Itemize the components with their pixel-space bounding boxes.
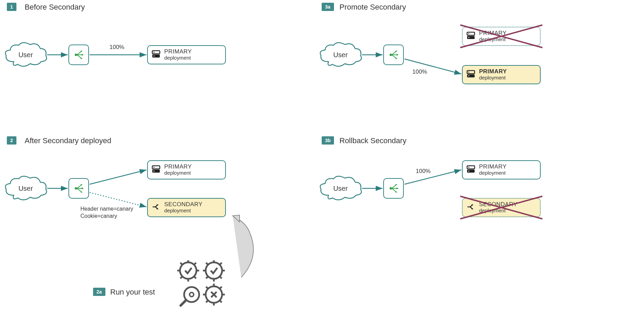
user-cloud: User: [3, 175, 48, 202]
dep-sub: deployment: [164, 55, 192, 61]
svg-line-37: [194, 276, 196, 278]
panel-before-secondary: 1 Before Secondary User 100% PRIMARY dep…: [0, 0, 308, 103]
svg-rect-86: [467, 170, 475, 173]
arrows-panel-3b: [315, 134, 643, 236]
dep-name: SECONDARY: [164, 201, 203, 208]
primary-deployment-box: PRIMARY deployment: [147, 45, 226, 64]
svg-point-10: [154, 55, 155, 57]
step-badge-2a: 2a: [93, 288, 105, 296]
panel-rollback-secondary: 3b Rollback Secondary User 100% PRIMARY …: [315, 134, 643, 236]
dep-name: PRIMARY: [164, 49, 192, 55]
svg-rect-21: [152, 170, 160, 173]
svg-line-34: [194, 263, 196, 265]
dep-name: PRIMARY: [164, 164, 192, 170]
server-icon: [466, 164, 476, 175]
user-label: User: [18, 185, 33, 192]
traffic-pct-label: 100%: [110, 44, 124, 51]
svg-point-59: [390, 54, 392, 56]
step-badge-3b: 3b: [322, 136, 334, 145]
svg-rect-8: [152, 54, 160, 58]
dep-sub: deployment: [479, 170, 507, 176]
user-label: User: [18, 51, 33, 59]
step-badge-2: 2: [7, 136, 16, 145]
svg-point-13: [75, 187, 77, 190]
svg-point-68: [468, 33, 469, 34]
panel-promote-secondary: 3a Promote Secondary User PRIMARY deploy…: [315, 0, 643, 103]
svg-marker-17: [82, 187, 83, 189]
load-balancer-icon: [68, 178, 89, 199]
svg-line-46: [220, 276, 222, 278]
svg-point-75: [468, 75, 469, 76]
svg-rect-7: [152, 51, 160, 54]
new-primary-deployment-box: PRIMARY deployment: [462, 65, 541, 84]
dep-sub: deployment: [164, 208, 203, 214]
svg-line-36: [180, 263, 182, 265]
dep-name: PRIMARY: [479, 30, 507, 37]
dep-sub: deployment: [164, 170, 192, 176]
traffic-pct-label: 100%: [416, 168, 430, 175]
svg-line-49: [181, 300, 186, 306]
user-label: User: [333, 51, 348, 59]
primary-deployment-box: PRIMARY deployment: [462, 160, 541, 179]
step-badge-1: 1: [7, 3, 16, 11]
old-primary-deployment-box: PRIMARY deployment: [462, 27, 541, 46]
svg-point-38: [206, 262, 222, 279]
svg-point-74: [468, 72, 469, 73]
load-balancer-icon: [383, 178, 404, 199]
step-title-3a: Promote Secondary: [339, 3, 406, 12]
server-icon: [151, 164, 161, 175]
svg-line-44: [206, 276, 208, 278]
svg-rect-67: [467, 36, 475, 39]
svg-line-43: [220, 263, 222, 265]
svg-marker-82: [397, 187, 398, 189]
svg-point-69: [468, 37, 469, 38]
server-icon: [466, 69, 476, 80]
user-cloud: User: [318, 175, 363, 202]
branch-icon: [466, 202, 476, 213]
step-title-1: Before Secondary: [25, 3, 85, 12]
svg-line-58: [220, 300, 222, 302]
dep-sub: deployment: [479, 208, 517, 214]
svg-point-87: [468, 167, 469, 168]
svg-marker-4: [82, 54, 83, 56]
secondary-deployment-box: SECONDARY deployment: [462, 198, 541, 217]
svg-line-94: [404, 170, 461, 184]
svg-line-56: [206, 300, 208, 302]
dep-sub: deployment: [479, 75, 507, 81]
server-icon: [466, 31, 476, 42]
svg-point-23: [154, 171, 155, 172]
load-balancer-icon: [383, 45, 404, 65]
user-label: User: [333, 185, 348, 192]
server-icon: [151, 49, 161, 60]
svg-marker-63: [397, 54, 398, 56]
primary-deployment-box: PRIMARY deployment: [147, 160, 226, 179]
svg-point-48: [190, 292, 194, 297]
step-title-3b: Rollback Secondary: [339, 136, 407, 145]
step-title-2a: Run your test: [110, 288, 155, 297]
svg-rect-66: [467, 32, 475, 35]
svg-line-28: [90, 192, 146, 207]
user-cloud: User: [318, 41, 363, 68]
step-badge-3a: 3a: [322, 3, 334, 11]
secondary-deployment-box: SECONDARY deployment: [147, 198, 226, 217]
svg-rect-85: [467, 166, 475, 169]
load-balancer-icon: [68, 45, 89, 65]
svg-line-55: [220, 287, 222, 289]
svg-line-27: [90, 170, 146, 184]
arrows-panel-3a: [315, 0, 643, 103]
svg-line-57: [206, 287, 208, 289]
svg-rect-72: [467, 71, 475, 74]
svg-rect-20: [152, 166, 160, 169]
svg-point-88: [468, 171, 469, 172]
svg-point-22: [154, 167, 155, 168]
dep-sub: deployment: [479, 37, 507, 42]
svg-rect-73: [467, 74, 475, 77]
svg-point-29: [180, 262, 196, 279]
svg-line-45: [206, 263, 208, 265]
routing-rule-label: Header name=canary Cookie=canary: [80, 205, 133, 220]
svg-point-9: [154, 52, 155, 53]
dep-name: SECONDARY: [479, 201, 517, 208]
svg-point-0: [75, 54, 77, 56]
svg-point-78: [390, 187, 392, 190]
dep-name: PRIMARY: [479, 68, 507, 75]
